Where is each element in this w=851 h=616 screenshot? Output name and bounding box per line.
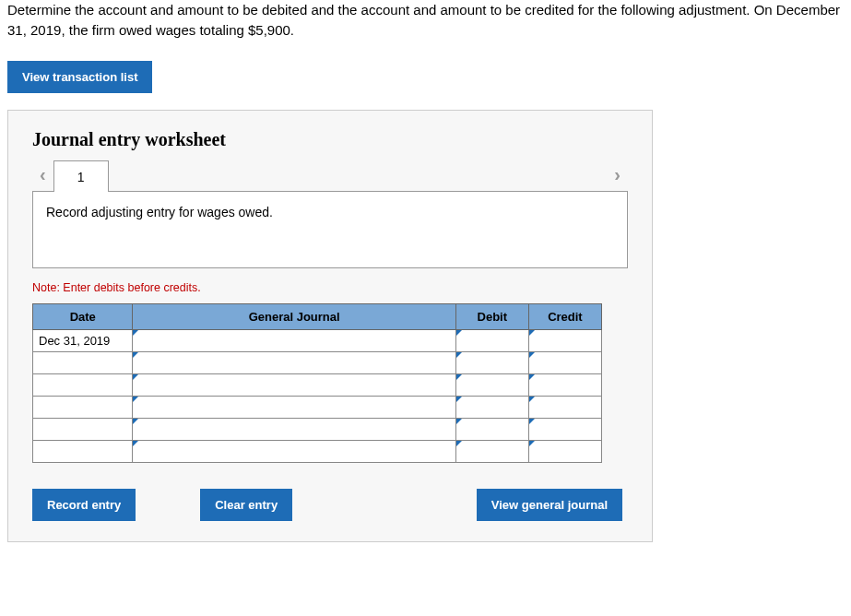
cell-debit[interactable] — [455, 373, 528, 396]
table-row — [33, 396, 602, 418]
journal-entry-table: Date General Journal Debit Credit Dec 31… — [32, 303, 602, 463]
chevron-right-icon[interactable]: › — [607, 160, 628, 189]
cell-general-journal[interactable] — [133, 440, 455, 462]
cell-general-journal[interactable] — [133, 373, 455, 396]
cell-credit[interactable] — [528, 373, 601, 396]
cell-credit[interactable] — [528, 329, 601, 351]
cell-date[interactable] — [33, 351, 133, 373]
chevron-left-icon[interactable]: ‹ — [32, 160, 53, 189]
table-row — [33, 351, 602, 373]
record-entry-button[interactable]: Record entry — [32, 489, 136, 521]
cell-debit[interactable] — [455, 418, 528, 440]
table-row — [33, 440, 602, 462]
view-general-journal-button[interactable]: View general journal — [477, 489, 622, 521]
worksheet-title: Journal entry worksheet — [32, 129, 628, 150]
cell-date[interactable] — [33, 418, 133, 440]
note-text: Note: Enter debits before credits. — [32, 281, 628, 294]
cell-date[interactable] — [33, 373, 133, 396]
cell-debit[interactable] — [455, 329, 528, 351]
cell-credit[interactable] — [528, 440, 601, 462]
col-header-general-journal: General Journal — [133, 303, 455, 329]
cell-credit[interactable] — [528, 351, 601, 373]
cell-credit[interactable] — [528, 418, 601, 440]
cell-general-journal[interactable] — [133, 418, 455, 440]
table-row — [33, 418, 602, 440]
clear-entry-button[interactable]: Clear entry — [200, 489, 292, 521]
cell-debit[interactable] — [455, 440, 528, 462]
view-transaction-list-button[interactable]: View transaction list — [7, 61, 152, 93]
instruction-text: Record adjusting entry for wages owed. — [46, 205, 273, 219]
cell-date[interactable] — [33, 440, 133, 462]
cell-debit[interactable] — [455, 351, 528, 373]
cell-debit[interactable] — [455, 396, 528, 418]
journal-worksheet-panel: Journal entry worksheet ‹ 1 › Record adj… — [7, 110, 653, 542]
table-row: Dec 31, 2019 — [33, 329, 602, 351]
col-header-debit: Debit — [455, 303, 528, 329]
cell-date[interactable]: Dec 31, 2019 — [33, 329, 133, 351]
col-header-credit: Credit — [528, 303, 601, 329]
question-text: Determine the account and amount to be d… — [7, 0, 844, 41]
cell-date[interactable] — [33, 396, 133, 418]
cell-general-journal[interactable] — [133, 329, 455, 351]
cell-credit[interactable] — [528, 396, 601, 418]
instruction-box: Record adjusting entry for wages owed. — [32, 191, 628, 268]
table-row — [33, 373, 602, 396]
cell-general-journal[interactable] — [133, 396, 455, 418]
cell-general-journal[interactable] — [133, 351, 455, 373]
tab-1[interactable]: 1 — [53, 160, 109, 192]
col-header-date: Date — [33, 303, 133, 329]
